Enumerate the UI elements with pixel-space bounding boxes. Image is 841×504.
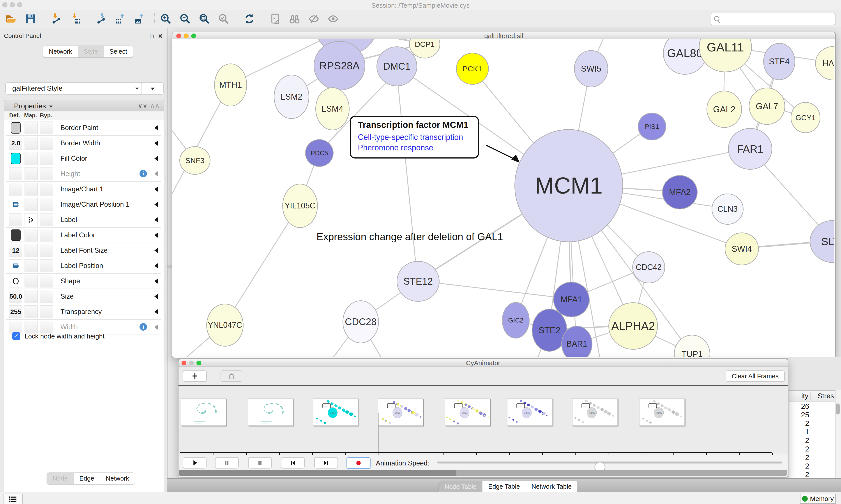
map-cell[interactable]: [24, 305, 38, 318]
def-cell[interactable]: [9, 183, 22, 196]
timeline[interactable]: MCM1MCM1MCM1MCM1MCM1MCM1 0123456789 Seco…: [179, 386, 788, 453]
zoom-out-icon[interactable]: [179, 13, 192, 25]
cyanimator-titlebar[interactable]: CyAnimator: [179, 359, 788, 366]
def-cell[interactable]: [9, 214, 22, 226]
byp-cell[interactable]: [40, 214, 53, 226]
frame-thumbnail-1[interactable]: [181, 398, 227, 426]
property-row-height[interactable]: Heighti: [6, 166, 161, 182]
map-cell[interactable]: [24, 259, 38, 272]
map-cell[interactable]: [24, 137, 38, 149]
map-cell[interactable]: [24, 229, 38, 241]
annotation-link-2[interactable]: Pheromone response: [358, 143, 433, 152]
node-SNF3[interactable]: SNF3: [179, 146, 211, 175]
collapse-arrow-icon[interactable]: [155, 171, 158, 177]
byp-cell[interactable]: [40, 198, 53, 211]
frame-thumbnail-5[interactable]: MCM1: [445, 398, 490, 426]
node-YNL047C[interactable]: YNL047C: [206, 304, 244, 346]
def-cell[interactable]: 12: [9, 244, 22, 257]
add-frame-button[interactable]: [183, 371, 207, 382]
collapse-all-icon[interactable]: ∧∧: [150, 102, 160, 109]
def-cell[interactable]: [9, 198, 22, 211]
property-row-image-chart-position-1[interactable]: Image/Chart Position 1: [6, 197, 161, 212]
def-cell[interactable]: [9, 122, 22, 134]
def-cell[interactable]: 255: [9, 305, 22, 318]
delete-frame-button[interactable]: [220, 371, 242, 382]
node-SLT2[interactable]: SLT2: [810, 220, 835, 263]
map-cell[interactable]: [24, 214, 38, 226]
node-DMC1[interactable]: DMC1: [376, 47, 417, 86]
byp-cell[interactable]: [40, 183, 53, 196]
node-PIS1[interactable]: PIS1: [638, 113, 666, 140]
skip-start-button[interactable]: [281, 457, 305, 469]
frame-thumbnail-8[interactable]: MCM1: [639, 398, 685, 426]
node-PDC5[interactable]: PDC5: [305, 139, 334, 167]
map-cell[interactable]: [24, 198, 38, 211]
table-cell[interactable]: 2: [789, 436, 809, 445]
property-row-label[interactable]: Label: [6, 212, 161, 228]
collapse-arrow-icon[interactable]: [155, 324, 158, 330]
collapse-arrow-icon[interactable]: [155, 263, 158, 268]
clear-all-frames-button[interactable]: Clear All Frames: [726, 371, 785, 382]
collapse-arrow-icon[interactable]: [155, 156, 158, 161]
frame-thumbnail-6[interactable]: MCM1: [507, 398, 553, 426]
def-cell[interactable]: [9, 275, 22, 287]
def-cell[interactable]: [9, 152, 22, 165]
map-cell[interactable]: [24, 152, 38, 165]
byp-cell[interactable]: [40, 167, 53, 180]
property-row-label-position[interactable]: Label Position: [6, 258, 161, 274]
node-GCY1[interactable]: GCY1: [791, 102, 820, 133]
node-GAL2[interactable]: GAL2: [706, 91, 742, 128]
network-window-titlebar[interactable]: galFiltered.sif: [172, 32, 835, 39]
def-cell[interactable]: [9, 229, 22, 241]
tab-edge[interactable]: Edge: [74, 473, 100, 484]
mcm1-annotation[interactable]: Transcription factor MCM1 Cell-type-spec…: [350, 116, 479, 159]
property-row-fill-color[interactable]: Fill Color: [6, 151, 161, 166]
tab-edge-table[interactable]: Edge Table: [482, 481, 526, 492]
record-button[interactable]: [346, 457, 371, 469]
refresh-layout-icon[interactable]: [243, 13, 256, 25]
import-table-icon[interactable]: [69, 13, 82, 25]
stop-button[interactable]: [248, 457, 272, 469]
tab-node-table[interactable]: Node Table: [439, 481, 482, 492]
tab-style[interactable]: Style: [78, 46, 104, 57]
tab-network-table[interactable]: Network Table: [526, 481, 577, 492]
network-caption[interactable]: Expression change after deletion of GAL1: [305, 231, 515, 242]
node-table[interactable]: ity Stres 26252122222: [789, 390, 836, 480]
map-cell[interactable]: [24, 290, 38, 303]
task-history-button[interactable]: [3, 494, 23, 504]
search-input[interactable]: [711, 13, 836, 25]
tab-network-style[interactable]: Network: [100, 473, 135, 484]
table-cell[interactable]: 2: [789, 419, 809, 428]
panel-splitter-handle[interactable]: [167, 265, 172, 268]
zoom-fit-icon[interactable]: [198, 13, 211, 25]
def-cell[interactable]: [9, 167, 22, 180]
property-row-border-paint[interactable]: Border Paint: [6, 121, 161, 136]
export-image-icon[interactable]: [133, 13, 146, 25]
timeline-hscrollbar[interactable]: [179, 470, 787, 476]
property-row-border-width[interactable]: 2.0Border Width: [6, 136, 161, 151]
collapse-arrow-icon[interactable]: [155, 186, 158, 192]
byp-cell[interactable]: [40, 290, 53, 303]
def-cell[interactable]: 2.0: [9, 137, 22, 149]
zoom-in-icon[interactable]: [159, 13, 172, 25]
table-cell[interactable]: 2: [789, 445, 809, 453]
style-options-button[interactable]: [141, 82, 164, 94]
node-TUP1[interactable]: TUP1: [674, 335, 710, 357]
byp-cell[interactable]: [40, 229, 53, 241]
timeline-hscrollbar-thumb[interactable]: [179, 470, 457, 476]
node-HAP2[interactable]: HAP2: [815, 46, 835, 80]
byp-cell[interactable]: [40, 259, 53, 272]
property-row-image-chart-1[interactable]: Image/Chart 1: [6, 182, 161, 197]
node-LSM4[interactable]: LSM4: [315, 87, 350, 130]
node-RPS28A[interactable]: RPS28A: [314, 41, 365, 90]
node-YIL105C[interactable]: YIL105C: [282, 184, 318, 228]
node-STE12[interactable]: STE12: [397, 261, 440, 302]
collapse-arrow-icon[interactable]: [155, 141, 158, 146]
collapse-arrow-icon[interactable]: [155, 248, 158, 253]
property-row-label-font-size[interactable]: 12Label Font Size: [6, 243, 161, 258]
property-row-transparency[interactable]: 255Transparency: [6, 304, 161, 320]
float-panel-icon[interactable]: □: [150, 33, 154, 40]
def-cell[interactable]: 50.0: [9, 290, 22, 303]
table-scrollbar[interactable]: [835, 390, 841, 480]
collapse-arrow-icon[interactable]: [155, 217, 158, 222]
